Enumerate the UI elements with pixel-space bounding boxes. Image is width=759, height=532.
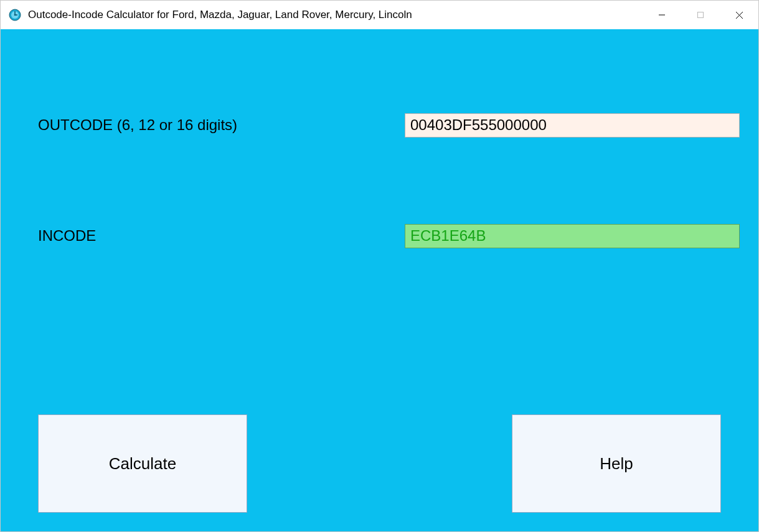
incode-row: INCODE (38, 227, 717, 245)
minimize-button[interactable] (643, 1, 681, 29)
calculate-button[interactable]: Calculate (38, 414, 247, 513)
incode-label: INCODE (38, 227, 96, 245)
close-button[interactable] (720, 1, 758, 29)
app-window: Outcode-Incode Calculator for Ford, Mazd… (0, 0, 759, 532)
outcode-input[interactable] (405, 113, 740, 138)
outcode-label: OUTCODE (6, 12 or 16 digits) (38, 116, 237, 134)
app-icon (8, 8, 22, 22)
outcode-row: OUTCODE (6, 12 or 16 digits) (38, 116, 717, 134)
button-row: Calculate Help (38, 414, 721, 513)
svg-rect-6 (698, 12, 704, 18)
window-title: Outcode-Incode Calculator for Ford, Mazd… (28, 9, 643, 21)
client-area: OUTCODE (6, 12 or 16 digits) INCODE Calc… (1, 29, 758, 531)
maximize-button[interactable] (681, 1, 720, 29)
incode-output[interactable] (405, 224, 740, 248)
window-controls (643, 1, 758, 29)
help-button[interactable]: Help (512, 414, 721, 513)
titlebar: Outcode-Incode Calculator for Ford, Mazd… (1, 1, 758, 29)
svg-point-4 (14, 14, 16, 16)
